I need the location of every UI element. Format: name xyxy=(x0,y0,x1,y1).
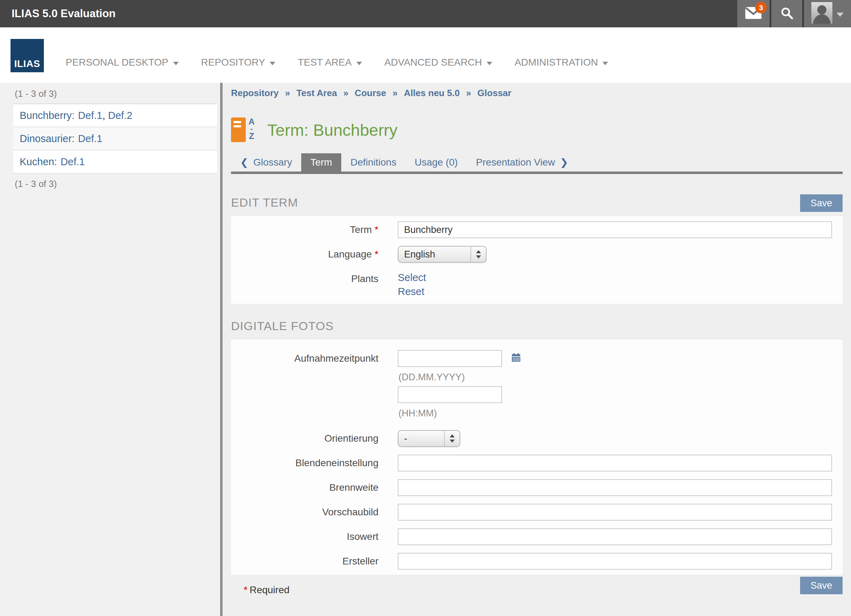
nav-item-repository[interactable]: REPOSITORY xyxy=(201,57,275,68)
content-area: (1 - 3 of 3) Bunchberry: Def.1, Def.2 Di… xyxy=(0,83,851,616)
form-row-vorschaubild: Vorschaubild xyxy=(231,504,832,521)
search-icon xyxy=(780,6,794,21)
logo-text: ILIAS xyxy=(14,58,40,72)
breadcrumb-alles-neu[interactable]: Alles neu 5.0 xyxy=(404,88,460,99)
field-label-text: Blendeneinstellung xyxy=(295,457,379,468)
field-label-text: Brennweite xyxy=(329,482,379,493)
search-button[interactable] xyxy=(771,0,802,27)
term-name: Bunchberry: xyxy=(20,110,74,121)
breadcrumb-glossar[interactable]: Glossar xyxy=(477,88,511,99)
field-label-text: Term xyxy=(350,224,372,235)
breadcrumb-test-area[interactable]: Test Area xyxy=(296,88,337,99)
ilias-logo[interactable]: ILIAS xyxy=(11,39,44,72)
nav-item-test-area[interactable]: TEST AREA xyxy=(298,57,362,68)
aufnahmezeitpunkt-field-label: Aufnahmezeitpunkt xyxy=(231,350,379,423)
page-header: A - Z Term: Bunchberry xyxy=(231,117,843,142)
plants-select-link[interactable]: Select xyxy=(398,270,426,285)
ersteller-input[interactable] xyxy=(398,553,832,570)
definition-link[interactable]: Def.1 xyxy=(60,156,84,168)
calendar-button[interactable] xyxy=(511,353,521,364)
field-label-text: Ersteller xyxy=(342,556,379,567)
sidebar-divider xyxy=(220,83,223,616)
nav-item-personal-desktop[interactable]: PERSONAL DESKTOP xyxy=(66,57,179,68)
brennweite-field-label: Brennweite xyxy=(231,479,379,496)
calendar-icon xyxy=(511,353,521,364)
definition-link[interactable]: Def.2 xyxy=(108,110,132,121)
isowert-input[interactable] xyxy=(398,528,832,545)
chevron-down-icon xyxy=(487,62,492,65)
breadcrumb-course[interactable]: Course xyxy=(355,88,386,99)
required-asterisk: * xyxy=(244,585,248,595)
list-item-bunchberry[interactable]: Bunchberry: Def.1, Def.2 xyxy=(14,104,217,127)
top-bar: ILIAS 5.0 Evaluation 3 xyxy=(0,0,851,27)
field-label-text: Isowert xyxy=(347,531,379,542)
topbar-actions: 3 xyxy=(737,0,851,27)
list-item-dinosaurier[interactable]: Dinosaurier: Def.1 xyxy=(14,127,217,150)
tab-presentation-view[interactable]: Presentation View ❯ xyxy=(467,153,577,172)
required-asterisk: * xyxy=(374,249,379,259)
blendeneinstellung-input[interactable] xyxy=(398,455,832,472)
save-button-bottom[interactable]: Save xyxy=(800,577,843,594)
date-input[interactable] xyxy=(398,350,502,367)
isowert-field-label: Isowert xyxy=(231,528,379,545)
form-row-aufnahmezeitpunkt: Aufnahmezeitpunkt xyxy=(231,350,832,423)
field-label-text: Vorschaubild xyxy=(322,507,379,517)
nav-item-label: ADVANCED SEARCH xyxy=(385,57,482,68)
list-separator: , xyxy=(102,110,105,121)
avatar xyxy=(811,2,832,25)
chevron-down-icon xyxy=(603,62,608,65)
form-row-term: Term* xyxy=(231,221,832,238)
term-input[interactable] xyxy=(398,221,832,238)
nav-item-advanced-search[interactable]: ADVANCED SEARCH xyxy=(385,57,492,68)
tab-label: Usage (0) xyxy=(415,157,458,168)
edit-term-header: EDIT TERM Save xyxy=(231,194,843,212)
form-row-plants: Plants Select Reset xyxy=(231,270,832,298)
nav-item-label: PERSONAL DESKTOP xyxy=(66,57,168,68)
definition-link[interactable]: Def.1 xyxy=(78,133,102,144)
main-nav: ILIAS PERSONAL DESKTOP REPOSITORY TEST A… xyxy=(0,27,851,83)
term-name: Dinosaurier: xyxy=(20,133,74,144)
mail-button[interactable]: 3 xyxy=(737,0,770,27)
orientierung-select[interactable]: - xyxy=(398,430,460,447)
nav-item-administration[interactable]: ADMINISTRATION xyxy=(515,57,608,68)
breadcrumb-repository[interactable]: Repository xyxy=(231,88,279,99)
tab-definitions[interactable]: Definitions xyxy=(341,153,406,172)
save-button-top[interactable]: Save xyxy=(800,194,843,212)
nav-item-label: REPOSITORY xyxy=(201,57,265,68)
select-spinner-icon xyxy=(471,250,486,259)
brennweite-input[interactable] xyxy=(398,479,832,496)
digitale-fotos-header: DIGITALE FOTOS xyxy=(231,320,843,335)
tab-term[interactable]: Term xyxy=(301,153,341,172)
edit-term-heading: EDIT TERM xyxy=(231,196,298,208)
profile-menu-button[interactable] xyxy=(804,0,851,27)
form-row-ersteller: Ersteller xyxy=(231,553,832,570)
list-item-kuchen[interactable]: Kuchen: Def.1 xyxy=(14,150,217,174)
orientierung-field-label: Orientierung xyxy=(231,430,379,447)
language-select[interactable]: English xyxy=(398,246,487,263)
form-row-orientierung: Orientierung - xyxy=(231,430,832,447)
breadcrumb-separator: » xyxy=(466,88,471,99)
chevron-down-icon xyxy=(356,62,362,65)
tab-label: Term xyxy=(310,157,332,168)
plants-field-label: Plants xyxy=(231,270,379,298)
tab-label: Glossary xyxy=(253,157,292,168)
tab-usage[interactable]: Usage (0) xyxy=(406,153,467,172)
tab-glossary-back[interactable]: ❮ Glossary xyxy=(231,153,301,172)
field-label-text: Plants xyxy=(351,273,379,284)
nav-item-label: TEST AREA xyxy=(298,57,352,68)
time-input[interactable] xyxy=(398,386,502,403)
blendeneinstellung-field-label: Blendeneinstellung xyxy=(231,455,379,472)
field-label-text: Aufnahmezeitpunkt xyxy=(294,353,379,364)
required-note: *Required xyxy=(244,585,290,596)
glossary-icon: A - Z xyxy=(231,117,254,142)
plants-reset-link[interactable]: Reset xyxy=(398,285,426,298)
tab-label: Presentation View xyxy=(476,157,555,168)
chevron-down-icon xyxy=(173,62,179,65)
form-row-isowert: Isowert xyxy=(231,528,832,545)
vorschaubild-input[interactable] xyxy=(398,504,832,521)
chevron-down-icon xyxy=(837,13,843,17)
field-label-text: Orientierung xyxy=(325,433,379,444)
definition-link[interactable]: Def.1 xyxy=(78,110,102,121)
select-spinner-icon xyxy=(445,434,460,443)
breadcrumb-separator: » xyxy=(285,88,290,99)
